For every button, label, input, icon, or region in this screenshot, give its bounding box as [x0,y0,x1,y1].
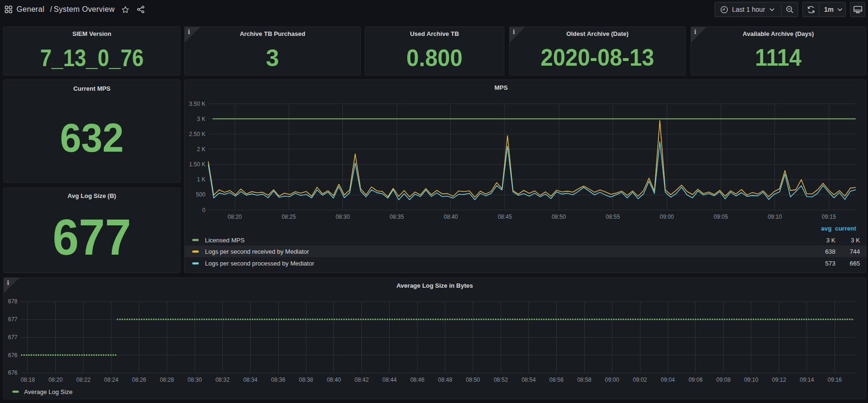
svg-text:678: 678 [8,298,17,305]
svg-text:676: 676 [8,352,17,359]
svg-text:500: 500 [196,191,205,198]
svg-text:3.50 K: 3.50 K [189,101,205,107]
svg-text:744: 744 [850,248,860,255]
svg-text:Licensed MPS: Licensed MPS [205,237,245,244]
svg-text:08:44: 08:44 [383,377,397,383]
svg-text:677: 677 [8,316,17,323]
svg-text:08:54: 08:54 [521,377,536,383]
svg-text:676: 676 [8,369,17,376]
svg-text:08:20: 08:20 [49,377,63,383]
svg-text:2.50 K: 2.50 K [189,131,205,137]
svg-text:08:45: 08:45 [498,214,512,220]
svg-text:09:08: 09:08 [716,377,731,383]
svg-text:08:30: 08:30 [336,214,350,220]
svg-text:08:46: 08:46 [410,377,425,383]
svg-text:08:40: 08:40 [327,377,341,383]
svg-text:09:10: 09:10 [744,377,758,383]
svg-text:09:04: 09:04 [661,377,675,383]
svg-text:08:35: 08:35 [390,214,404,220]
svg-text:08:48: 08:48 [438,377,452,383]
svg-text:09:10: 09:10 [768,214,782,220]
svg-text:08:56: 08:56 [549,377,563,383]
svg-text:09:05: 09:05 [714,214,728,220]
svg-text:09:02: 09:02 [633,377,647,383]
svg-text:08:40: 08:40 [443,214,458,220]
svg-text:09:12: 09:12 [772,377,786,383]
svg-text:09:15: 09:15 [822,214,836,220]
svg-text:08:55: 08:55 [606,214,620,220]
svg-text:08:38: 08:38 [299,377,313,383]
svg-text:Logs per second processed by M: Logs per second processed by Mediator [205,260,315,267]
svg-text:3 K: 3 K [197,116,205,122]
svg-text:1.50 K: 1.50 K [189,161,205,168]
svg-text:665: 665 [850,260,860,267]
svg-text:08:22: 08:22 [77,377,91,383]
svg-text:08:20: 08:20 [228,214,242,220]
svg-text:08:58: 08:58 [577,377,591,383]
svg-text:09:14: 09:14 [800,377,814,383]
svg-text:08:18: 08:18 [21,377,35,383]
svg-text:09:00: 09:00 [660,214,674,220]
svg-text:08:42: 08:42 [355,377,369,383]
svg-text:08:25: 08:25 [281,214,296,220]
svg-text:573: 573 [825,260,835,267]
svg-text:08:28: 08:28 [160,377,174,383]
svg-text:0: 0 [202,207,205,214]
svg-text:08:26: 08:26 [132,377,146,383]
svg-text:3 K: 3 K [851,237,860,244]
svg-text:08:50: 08:50 [466,377,480,383]
svg-text:09:00: 09:00 [605,377,619,383]
svg-text:08:52: 08:52 [494,377,508,383]
svg-text:09:16: 09:16 [827,377,842,383]
svg-text:677: 677 [8,334,17,341]
svg-text:09:06: 09:06 [689,377,703,383]
svg-text:1 K: 1 K [197,176,205,183]
svg-text:08:32: 08:32 [215,377,230,383]
svg-text:08:30: 08:30 [187,377,202,383]
svg-text:08:34: 08:34 [243,377,257,383]
svg-text:08:50: 08:50 [552,214,566,220]
svg-text:3 K: 3 K [826,237,835,244]
svg-text:2 K: 2 K [197,146,205,153]
svg-text:avg: avg [821,225,832,232]
svg-text:Logs per second received by Me: Logs per second received by Mediator [205,248,309,255]
svg-text:638: 638 [825,248,835,255]
svg-text:current: current [835,225,856,232]
svg-text:08:36: 08:36 [271,377,285,383]
svg-text:08:24: 08:24 [104,377,119,383]
svg-text:Average Log Size: Average Log Size [24,388,72,395]
